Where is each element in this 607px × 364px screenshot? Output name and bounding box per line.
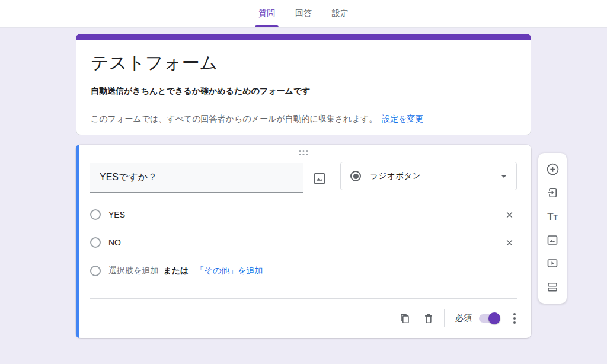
add-section-button[interactable] [542, 277, 563, 296]
question-footer-toolbar: 必須 [90, 306, 522, 331]
option-label[interactable]: NO [108, 238, 121, 247]
radio-checked-icon [350, 171, 361, 181]
option-label[interactable]: YES [108, 210, 125, 219]
import-questions-icon [545, 186, 560, 200]
add-video-button[interactable] [542, 254, 563, 273]
tab-responses-label: 回答 [295, 8, 312, 19]
email-collection-notice-text: このフォームでは、すべての回答者からのメールが自動的に収集されます。 [91, 114, 377, 123]
radio-unchecked-icon [90, 237, 101, 248]
add-title-text-button[interactable]: TT [542, 207, 563, 226]
delete-question-button[interactable] [417, 306, 440, 330]
side-toolbar: TT [538, 153, 567, 304]
option-row: NO [90, 234, 517, 251]
active-question-accent [76, 145, 79, 338]
tab-settings[interactable]: 設定 [326, 0, 354, 27]
tab-responses[interactable]: 回答 [289, 0, 318, 27]
form-title[interactable]: テストフォーム [91, 51, 218, 75]
radio-unchecked-icon [90, 266, 101, 276]
tab-questions-label: 質問 [258, 8, 275, 19]
add-question-icon [545, 162, 560, 177]
more-options-button[interactable] [507, 306, 522, 330]
add-other-option-link[interactable]: 「その他」を追加 [196, 266, 263, 276]
add-video-icon [545, 256, 560, 270]
tab-questions[interactable]: 質問 [253, 0, 281, 27]
close-icon [504, 238, 515, 248]
add-image-icon [545, 233, 560, 247]
add-option-row: 選択肢を追加 または 「その他」を追加 [90, 263, 517, 279]
close-icon [504, 210, 515, 220]
add-image-to-question-button[interactable] [309, 170, 330, 187]
footer-divider [90, 298, 517, 299]
tab-settings-label: 設定 [332, 8, 349, 19]
add-title-text-icon: TT [547, 212, 558, 222]
required-toggle[interactable] [479, 314, 499, 323]
kebab-menu-icon [513, 313, 516, 315]
remove-option-button[interactable] [502, 235, 516, 250]
top-tab-bar: 質問 回答 設定 [0, 0, 607, 28]
add-option-button[interactable]: 選択肢を追加 [108, 266, 158, 276]
email-collection-notice: このフォームでは、すべての回答者からのメールが自動的に収集されます。設定を変更 [91, 114, 424, 124]
import-questions-button[interactable] [542, 183, 563, 202]
chevron-down-icon [501, 175, 507, 178]
question-type-dropdown[interactable]: ラジオボタン [340, 162, 517, 190]
question-type-label: ラジオボタン [370, 171, 501, 181]
radio-unchecked-icon [90, 209, 101, 220]
form-header-card: テストフォーム 自動送信がきちんとできるか確かめるためのフォームです このフォー… [76, 34, 531, 135]
remove-option-button[interactable] [502, 207, 516, 222]
or-label: または [163, 266, 189, 276]
vertical-divider [444, 309, 445, 327]
question-title-input[interactable]: YESですか？ [90, 163, 303, 193]
add-image-button[interactable] [542, 231, 563, 250]
trash-icon [422, 312, 435, 325]
required-label: 必須 [455, 313, 472, 324]
question-card: YESですか？ ラジオボタン YES NO 選択肢を追加 [76, 145, 531, 338]
change-settings-link[interactable]: 設定を変更 [382, 114, 423, 123]
option-row: YES [90, 206, 517, 223]
form-description[interactable]: 自動送信がきちんとできるか確かめるためのフォームです [91, 86, 311, 97]
drag-handle-icon[interactable] [299, 150, 308, 155]
duplicate-question-button[interactable] [393, 306, 417, 330]
image-icon [312, 171, 327, 186]
add-section-icon [545, 280, 560, 294]
theme-accent-bar [76, 34, 531, 40]
add-question-button[interactable] [542, 160, 563, 179]
copy-icon [398, 312, 411, 325]
